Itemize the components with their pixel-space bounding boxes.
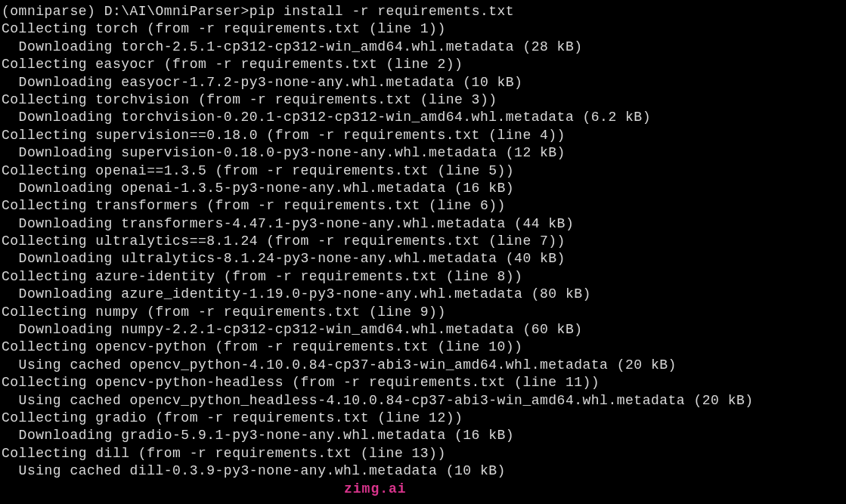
terminal-line: Downloading torch-2.5.1-cp312-cp312-win_…: [2, 39, 844, 56]
terminal-line: Collecting ultralytics==8.1.24 (from -r …: [2, 233, 844, 250]
output-lines-container: Collecting torch (from -r requirements.t…: [2, 20, 844, 480]
terminal-line: Collecting gradio (from -r requirements.…: [2, 410, 844, 427]
terminal-line: Collecting opencv-python (from -r requir…: [2, 339, 844, 356]
terminal-line: Downloading openai-1.3.5-py3-none-any.wh…: [2, 180, 844, 197]
terminal-line: Downloading transformers-4.47.1-py3-none…: [2, 215, 844, 233]
terminal-line: Collecting openai==1.3.5 (from -r requir…: [2, 162, 844, 180]
terminal-line: Downloading gradio-5.9.1-py3-none-any.wh…: [2, 427, 844, 444]
terminal-line: Downloading ultralytics-8.1.24-py3-none-…: [2, 250, 844, 267]
terminal-line: Downloading azure_identity-1.19.0-py3-no…: [2, 286, 844, 303]
conda-env: (omniparse): [2, 4, 95, 19]
terminal-line: Downloading easyocr-1.7.2-py3-none-any.w…: [2, 74, 844, 91]
terminal-line: Using cached dill-0.3.9-py3-none-any.whl…: [2, 462, 844, 480]
command-text: pip install -r requirements.txt: [249, 4, 514, 19]
terminal-line: Downloading supervision-0.18.0-py3-none-…: [2, 144, 844, 162]
terminal-line: Using cached opencv_python_headless-4.10…: [2, 392, 844, 410]
terminal-line: Collecting numpy (from -r requirements.t…: [2, 304, 844, 321]
terminal-line: Using cached opencv_python-4.10.0.84-cp3…: [2, 357, 844, 374]
terminal-line: Collecting azure-identity (from -r requi…: [2, 268, 844, 286]
terminal-line: Collecting opencv-python-headless (from …: [2, 374, 844, 391]
terminal-line: Collecting easyocr (from -r requirements…: [2, 56, 844, 73]
terminal-line: Collecting dill (from -r requirements.tx…: [2, 445, 844, 462]
terminal-line: Collecting supervision==0.18.0 (from -r …: [2, 127, 844, 144]
prompt-line: (omniparse) D:\AI\OmniParser>pip install…: [2, 3, 844, 20]
terminal-line: Downloading numpy-2.2.1-cp312-cp312-win_…: [2, 321, 844, 339]
terminal-line: Downloading torchvision-0.20.1-cp312-cp3…: [2, 109, 844, 126]
terminal-line: Collecting torch (from -r requirements.t…: [2, 20, 844, 38]
working-directory: D:\AI\OmniParser>: [104, 4, 249, 19]
terminal-line: Collecting transformers (from -r require…: [2, 197, 844, 215]
terminal-output[interactable]: (omniparse) D:\AI\OmniParser>pip install…: [2, 3, 844, 481]
watermark-text: zimg.ai: [344, 481, 407, 498]
terminal-line: Collecting torchvision (from -r requirem…: [2, 91, 844, 109]
